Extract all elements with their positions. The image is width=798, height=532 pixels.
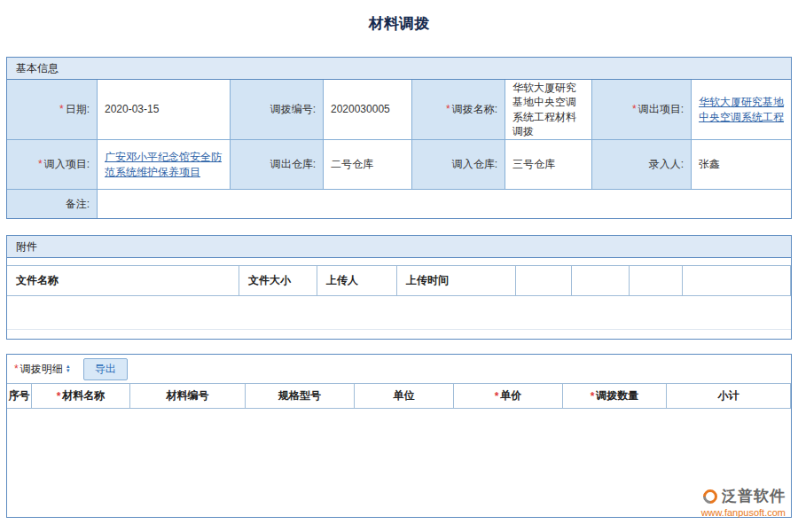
col-subtotal: 小计 [667,384,791,408]
attachments-empty-row [7,296,791,330]
attachments-section: 附件 文件名称 文件大小 上传人 上传时间 [6,235,792,340]
col-empty-1 [516,266,572,295]
col-empty-4 [683,266,791,295]
transfer-name-value: 华软大厦研究基地中央空调系统工程材料调拨 [505,80,592,140]
col-unit: 单位 [355,384,454,408]
in-project-link[interactable]: 广安邓小平纪念馆安全防范系统维护保养项目 [105,150,223,178]
attachments-table-wrap: 文件名称 文件大小 上传人 上传时间 [7,258,791,339]
fanpu-logo-icon [700,486,721,506]
details-title: * 调拨明细 ▲ ▼ [14,362,71,377]
date-label: * 日期: [7,80,98,140]
required-marker: * [38,157,43,171]
details-table-header: 序号 * 材料名称 材料编号 规格型号 单位 * 单价 * 调拨数量 小计 [7,383,791,409]
col-spec-model: 规格型号 [246,384,355,408]
recorder-value: 张鑫 [692,140,791,190]
col-seq: 序号 [7,384,32,408]
col-empty-2 [572,266,630,295]
in-warehouse-label: 调入仓库: [412,140,505,190]
export-button[interactable]: 导出 [83,358,128,380]
transfer-name-label: * 调拨名称: [412,80,505,140]
col-transfer-qty: * 调拨数量 [563,384,667,408]
required-marker: * [446,102,450,116]
sort-icon[interactable]: ▲ ▼ [66,364,71,373]
col-uploader: 上传人 [317,266,397,295]
brand-url[interactable]: www.fanpusoft.com [701,507,786,518]
attachments-table-header: 文件名称 文件大小 上传人 上传时间 [7,265,791,296]
brand-watermark: 泛普软件 www.fanpusoft.com [701,486,786,518]
col-material-name: * 材料名称 [32,384,130,408]
out-project-value: 华软大厦研究基地中央空调系统工程 [692,80,791,140]
col-file-size: 文件大小 [239,266,317,295]
attachments-header: 附件 [7,236,791,258]
col-file-name: 文件名称 [7,266,239,295]
col-unit-price: * 单价 [454,384,563,408]
basic-info-section: 基本信息 * 日期: 2020-03-15 调拨编号: 2020030005 *… [6,57,792,219]
col-material-no: 材料编号 [130,384,246,408]
in-project-label: * 调入项目: [7,140,98,190]
brand-name: 泛普软件 [722,486,786,506]
remark-value [98,190,791,218]
page-title: 材料调拨 [0,14,798,34]
required-marker: * [14,363,19,375]
in-project-value: 广安邓小平纪念馆安全防范系统维护保养项目 [98,140,231,190]
required-marker: * [57,390,61,403]
required-marker: * [59,102,64,116]
basic-info-grid: * 日期: 2020-03-15 调拨编号: 2020030005 * 调拨名称… [7,80,791,218]
basic-info-header: 基本信息 [7,58,791,80]
details-toolbar: * 调拨明细 ▲ ▼ 导出 [7,355,791,383]
in-warehouse-value: 三号仓库 [505,140,592,190]
col-empty-3 [630,266,683,295]
recorder-label: 录入人: [592,140,692,190]
required-marker: * [591,390,595,403]
sort-down-icon: ▼ [66,369,71,373]
out-project-label: * 调出项目: [592,80,692,140]
remark-label: 备注: [7,190,98,218]
transfer-no-label: 调拨编号: [231,80,324,140]
col-upload-time: 上传时间 [397,266,516,295]
details-section: * 调拨明细 ▲ ▼ 导出 序号 * 材料名称 材料编号 规格型号 单位 * 单… [6,354,792,518]
required-marker: * [632,102,637,116]
out-warehouse-label: 调出仓库: [231,140,324,190]
date-value: 2020-03-15 [98,80,231,140]
details-table-body [7,409,791,517]
out-warehouse-value: 二号仓库 [324,140,412,190]
transfer-no-value: 2020030005 [324,80,412,140]
out-project-link[interactable]: 华软大厦研究基地中央空调系统工程 [699,95,784,123]
required-marker: * [495,390,499,403]
